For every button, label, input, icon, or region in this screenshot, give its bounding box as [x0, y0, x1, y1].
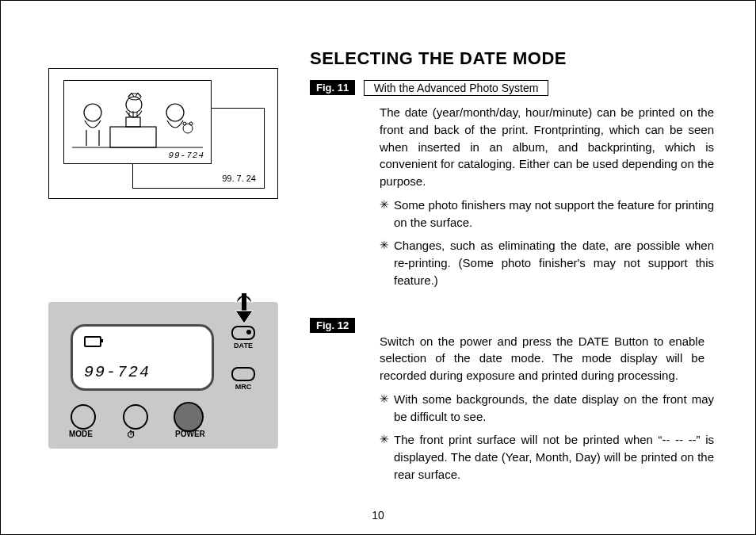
arrow-to-date-button	[232, 293, 256, 327]
page-number: 10	[372, 509, 384, 522]
date-button-pill	[231, 326, 255, 340]
lcd-date-readout: 99-724	[84, 365, 151, 380]
fig12-label: Fig. 12	[310, 318, 355, 333]
mrc-button-pill	[231, 367, 255, 381]
lcd-display: 99-724	[71, 324, 214, 391]
manual-page: 99. 7. 24	[0, 0, 756, 535]
mrc-button[interactable]: MRC	[227, 367, 259, 391]
figure-11: 99. 7. 24	[48, 68, 278, 199]
section-fig12: Fig. 12 Switch on the power and press th…	[310, 318, 714, 483]
photo-front-print: 99-724	[63, 80, 212, 164]
self-timer-button[interactable]	[123, 404, 148, 430]
frontprint-date: 99-724	[168, 151, 204, 160]
text-column: SELECTING THE DATE MODE Fig. 11 With the…	[310, 48, 714, 483]
fig12-note-1: With some backgrounds, the date display …	[380, 391, 714, 426]
section-fig11: Fig. 11 With the Advanced Photo System T…	[310, 80, 714, 289]
fig12-note-2: The front print surface will not be prin…	[380, 431, 714, 483]
power-button-label: POWER	[175, 430, 205, 438]
fig12-paragraph: Switch on the power and press the DATE B…	[380, 333, 704, 384]
figures-column: 99. 7. 24	[48, 68, 278, 449]
mode-button-label: MODE	[69, 430, 93, 438]
fig11-label: Fig. 11	[310, 80, 355, 95]
mode-button[interactable]	[71, 404, 96, 430]
mrc-button-label: MRC	[227, 383, 259, 391]
fig11-paragraph: The date (year/month/day, hour/minute) c…	[380, 104, 714, 190]
date-button-label: DATE	[227, 342, 259, 350]
fig11-note-1: Some photo finishers may not support the…	[380, 197, 714, 231]
backprint-date: 99. 7. 24	[222, 174, 256, 183]
buttons-row: MODE ⏱ POWER	[71, 404, 229, 439]
power-button[interactable]	[174, 402, 204, 432]
page-title: SELECTING THE DATE MODE	[310, 48, 714, 69]
battery-icon	[84, 336, 101, 347]
self-timer-icon: ⏱	[127, 430, 136, 439]
aps-subheading: With the Advanced Photo System	[364, 80, 549, 96]
figure-12: 99-724 DATE MRC MODE ⏱ POWER	[48, 302, 278, 449]
fig11-note-2: Changes, such as eliminating the date, a…	[380, 237, 714, 289]
date-button[interactable]: DATE	[227, 326, 259, 350]
